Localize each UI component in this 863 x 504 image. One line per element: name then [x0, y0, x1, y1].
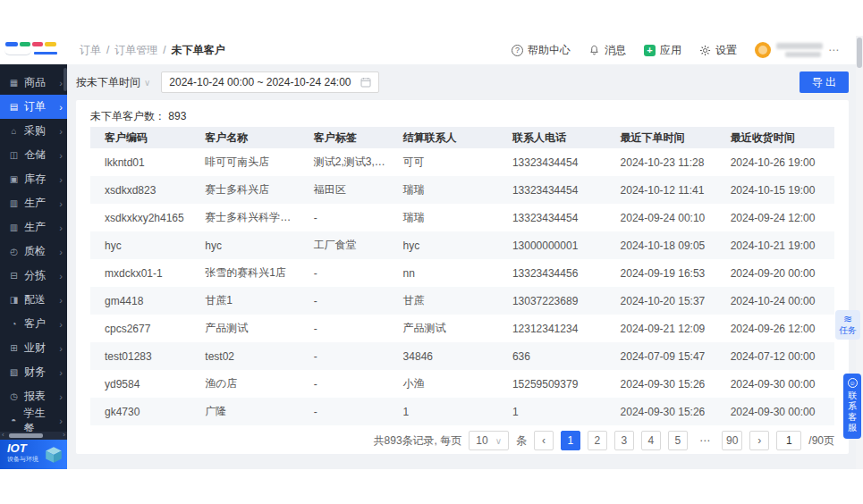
sidebar-hscroll-thumb[interactable]: [9, 433, 43, 438]
table-cell: 产品测试: [190, 315, 299, 342]
table-cell: 2024-09-30 00:00: [716, 370, 834, 398]
main-content: 按未下单时间 ∨ 2024-10-24 00:00 ~ 2024-10-24 2…: [67, 64, 863, 469]
table-cell: -: [300, 315, 389, 342]
table-cell: 2024-07-12 00:00: [716, 342, 834, 370]
table-cell: -: [300, 287, 389, 315]
table-cell: 产品测试: [389, 315, 498, 342]
help-center-label: 帮助中心: [528, 43, 571, 58]
table-row[interactable]: yd9584渔の店-小渔152595093792024-09-30 15:262…: [90, 370, 834, 398]
sidebar-item-student-meal[interactable]: ◓学生餐›: [0, 408, 67, 432]
breadcrumb-separator: /: [163, 44, 165, 56]
breadcrumb-item-orders[interactable]: 订单: [80, 43, 101, 58]
chevron-right-icon: ›: [59, 391, 63, 402]
export-button[interactable]: 导 出: [800, 71, 849, 93]
table-row[interactable]: lkkntd01啡可可南头店测试2,测试3,测试4...可可1332343445…: [90, 148, 834, 176]
delivery-icon: ◨: [8, 295, 20, 305]
table-cell: cpcs2677: [90, 315, 190, 342]
apps-icon: +: [644, 45, 656, 56]
column-header: 联系人电话: [498, 127, 606, 148]
table-row[interactable]: gm4418甘蔗1-甘蔗130372236892024-10-20 15:372…: [90, 287, 834, 315]
chevron-right-icon: ›: [59, 126, 63, 137]
breadcrumb-item-order-management[interactable]: 订单管理: [114, 43, 157, 58]
table-row[interactable]: gk4730广隆-112024-09-30 15:262024-09-30 00…: [90, 398, 834, 425]
pagination: 共893条记录, 每页 10 ∨ 条 ‹ 12345⋯90 › /90页: [90, 431, 834, 450]
next-page-button[interactable]: ›: [749, 431, 769, 450]
table-cell: 13323434454: [498, 176, 606, 204]
sidebar-item-label: 客户: [24, 316, 46, 332]
date-range-input[interactable]: 2024-10-24 00:00 ~ 2024-10-24 24:00: [161, 71, 378, 93]
page-button-5[interactable]: 5: [668, 431, 688, 450]
sidebar-horizontal-scrollbar[interactable]: ‹ ›: [0, 432, 67, 440]
iot-logo-block[interactable]: IOT 设备与环境: [0, 440, 67, 469]
table-row[interactable]: xsdkxd823赛士多科兴店福田区瑞瑞133234344542024-10-1…: [90, 176, 834, 204]
table-cell: mxdckx01-1: [90, 259, 190, 287]
scroll-left-icon[interactable]: ‹: [2, 431, 4, 439]
page-jump-suffix: /90页: [808, 433, 834, 449]
table-row[interactable]: test01283test02-348466362024-07-09 15:47…: [90, 342, 834, 370]
table-cell: 2024-09-30 15:26: [606, 398, 716, 425]
page-size-select[interactable]: 10 ∨: [469, 431, 509, 450]
page-button-90[interactable]: 90: [722, 431, 742, 450]
sidebar-item-label: 质检: [24, 244, 46, 259]
apps-button[interactable]: + 应用: [644, 43, 681, 58]
settings-button[interactable]: 设置: [699, 43, 737, 58]
table-cell: -: [300, 398, 389, 425]
sidebar-item-production-2[interactable]: ▥生产›: [0, 215, 67, 239]
page-button-4[interactable]: 4: [641, 431, 661, 450]
scroll-right-icon[interactable]: ›: [63, 431, 65, 439]
messages-label: 消息: [605, 43, 626, 58]
page-scrollbar-thumb[interactable]: [857, 38, 862, 68]
table-row[interactable]: xsdkxkxy2h4165赛士多科兴科学园2号1...-瑞瑞133234344…: [90, 204, 834, 231]
table-cell: 2024-09-20 00:00: [716, 259, 834, 287]
logo-bar-red: [32, 42, 43, 46]
table-row[interactable]: mxdckx01-1张雪的赛科兴1店-nn133234344562024-09-…: [90, 259, 834, 287]
table-row[interactable]: cpcs2677产品测试-产品测试123123412342024-09-21 1…: [90, 315, 834, 342]
sidebar-item-quality[interactable]: ◴质检›: [0, 239, 67, 264]
sorting-icon: ⊟: [8, 271, 20, 281]
page-buttons: 12345⋯90: [561, 431, 742, 450]
table-header-row: 客户编码客户名称客户标签结算联系人联系人电话最近下单时间最近收货时间: [90, 127, 834, 148]
prev-page-button[interactable]: ‹: [534, 431, 554, 450]
more-icon[interactable]: ⋯: [828, 44, 840, 56]
column-header: 最近下单时间: [606, 127, 716, 148]
summary-label: 未下单客户数：: [90, 110, 165, 122]
table-cell: xsdkxd823: [90, 176, 190, 204]
page-button-1[interactable]: 1: [561, 431, 580, 450]
table-cell: xsdkxkxy2h4165: [90, 204, 190, 231]
table-row[interactable]: hychyc工厂食堂hyc130000000012024-10-18 09:05…: [90, 231, 834, 259]
table-cell: hyc: [389, 231, 498, 259]
contact-service-float-button[interactable]: ☺ 联系客服: [843, 374, 861, 439]
table-cell: 2024-10-12 11:41: [606, 176, 716, 204]
table-cell: 可可: [389, 148, 498, 176]
table-cell: 2024-10-18 09:05: [606, 231, 716, 259]
sidebar-item-business-finance[interactable]: ⊞业财›: [0, 336, 67, 360]
sidebar-item-finance[interactable]: ▧财务›: [0, 360, 67, 384]
user-account[interactable]: ⋯: [755, 42, 840, 58]
table-cell: 2024-09-24 12:00: [716, 204, 834, 231]
sidebar-scrollbar-thumb[interactable]: [63, 68, 67, 91]
sidebar-item-delivery[interactable]: ◨配送›: [0, 288, 67, 312]
sidebar-item-orders[interactable]: ▤订单›: [0, 95, 67, 119]
table-cell: 2024-09-30 00:00: [716, 398, 834, 425]
sidebar-item-purchase[interactable]: ⌂采购›: [0, 119, 67, 143]
help-center-button[interactable]: ? 帮助中心: [512, 43, 571, 58]
sidebar-item-sorting[interactable]: ⊟分拣›: [0, 264, 67, 288]
sidebar-item-production[interactable]: ▥生产›: [0, 191, 67, 215]
sidebar-item-goods[interactable]: ▦商品›: [0, 71, 67, 95]
task-float-button[interactable]: ≋ 任务: [835, 310, 860, 340]
sidebar-item-inventory[interactable]: ▣库存›: [0, 167, 67, 191]
page-button-2[interactable]: 2: [588, 431, 607, 450]
sidebar-item-warehouse[interactable]: ◫仓储›: [0, 143, 67, 167]
messages-button[interactable]: 消息: [588, 43, 626, 58]
grid-icon: ▦: [8, 78, 20, 88]
warehouse-icon: ◫: [8, 150, 20, 160]
page-jump-input[interactable]: [776, 431, 801, 450]
sidebar-item-label: 分拣: [24, 268, 46, 283]
page-button-3[interactable]: 3: [614, 431, 634, 450]
sidebar-item-customer[interactable]: ◔客户›: [0, 312, 67, 336]
frame: ▦商品›▤订单›⌂采购›◫仓储›▣库存›▥生产›▥生产›◴质检›⊟分拣›◨配送›…: [0, 64, 863, 469]
filter-field-selector[interactable]: 按未下单时间: [76, 75, 140, 90]
task-label: 任务: [837, 324, 859, 337]
sidebar-item-label: 学生餐: [24, 406, 55, 433]
bell-icon: [588, 45, 600, 56]
